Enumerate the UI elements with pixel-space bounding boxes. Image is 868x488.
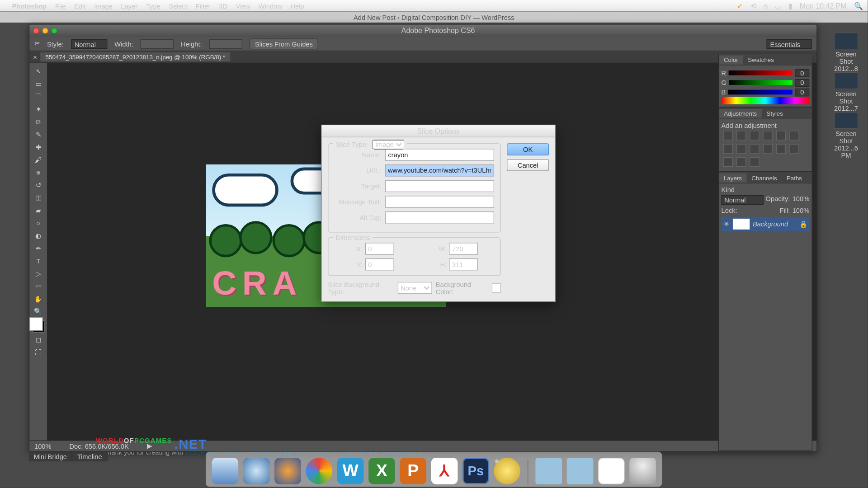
adj-colorlookup-icon[interactable] <box>763 144 773 154</box>
type-tool-icon[interactable]: T <box>32 255 45 266</box>
tab-swatches[interactable]: Swatches <box>743 56 778 65</box>
adj-brightness-icon[interactable] <box>723 131 733 140</box>
ok-button[interactable]: OK <box>507 143 549 155</box>
visibility-eye-icon[interactable]: 👁 <box>723 221 730 228</box>
history-brush-tool-icon[interactable]: ↺ <box>32 179 45 190</box>
close-button[interactable] <box>33 28 39 33</box>
dock-excel[interactable]: X <box>368 458 395 484</box>
menu-image[interactable]: Image <box>94 2 113 9</box>
adj-threshold-icon[interactable] <box>723 157 733 167</box>
zoom-button[interactable] <box>51 28 57 33</box>
lasso-tool-icon[interactable]: ⌒ <box>32 91 45 102</box>
dock-word[interactable]: W <box>337 458 364 484</box>
tab-layers[interactable]: Layers <box>719 174 746 183</box>
tab-channels[interactable]: Channels <box>747 174 782 183</box>
b-input[interactable] <box>795 88 809 96</box>
minimize-button[interactable] <box>42 28 48 33</box>
x-input[interactable] <box>365 243 394 255</box>
menu-window[interactable]: Window <box>259 2 282 9</box>
spectrum-strip[interactable] <box>722 97 810 104</box>
gradient-tool-icon[interactable]: ▰ <box>32 205 45 216</box>
menu-filter[interactable]: Filter <box>196 2 211 9</box>
slice-type-select[interactable]: Image <box>372 140 404 149</box>
workspace-select[interactable]: Essentials <box>766 39 811 48</box>
crop-tool-icon[interactable]: ⧉ <box>32 116 45 127</box>
fill-value[interactable]: 100% <box>793 206 810 214</box>
menu-help[interactable]: Help <box>290 2 304 9</box>
eyedropper-tool-icon[interactable]: ✎ <box>32 129 45 140</box>
slice-tool-icon[interactable]: ✂ <box>34 40 40 47</box>
dock-folder-2[interactable] <box>567 458 594 484</box>
tab-color[interactable]: Color <box>719 56 743 65</box>
width-input[interactable] <box>141 39 174 48</box>
height-input[interactable] <box>209 39 242 48</box>
b-slider[interactable] <box>728 90 793 95</box>
pen-tool-icon[interactable]: ✒ <box>32 243 45 253</box>
dock-powerpoint[interactable]: P <box>400 458 426 484</box>
dock-textedit[interactable] <box>598 458 625 484</box>
marquee-tool-icon[interactable]: ▭ <box>32 78 45 89</box>
tab-mini-bridge[interactable]: Mini Bridge <box>29 452 72 461</box>
y-input[interactable] <box>365 258 394 271</box>
eraser-tool-icon[interactable]: ◫ <box>32 192 45 203</box>
dock-finder[interactable] <box>212 458 239 484</box>
wand-tool-icon[interactable]: ✶ <box>32 103 45 114</box>
dock-safari[interactable] <box>243 458 270 484</box>
dock-imovie[interactable]: ★ <box>494 458 520 484</box>
adj-gradientmap-icon[interactable] <box>736 157 746 167</box>
adj-bw-icon[interactable] <box>723 144 733 154</box>
battery-icon[interactable]: ▮ <box>788 1 793 10</box>
wifi-icon[interactable]: ◡ <box>775 1 781 10</box>
menu-select[interactable]: Select <box>169 2 187 9</box>
r-input[interactable] <box>795 69 809 77</box>
blend-mode-select[interactable]: Normal <box>722 195 764 205</box>
brush-tool-icon[interactable]: 🖌 <box>32 154 45 165</box>
menu-app[interactable]: Photoshop <box>12 2 47 9</box>
time-machine-icon[interactable]: ⟲ <box>750 1 756 10</box>
bluetooth-icon[interactable]: ⎋ <box>764 1 768 10</box>
r-slider[interactable] <box>729 70 793 75</box>
doc-close-icon[interactable]: × <box>33 53 37 61</box>
blur-tool-icon[interactable]: ○ <box>32 217 45 228</box>
url-input[interactable] <box>385 164 494 177</box>
move-tool-icon[interactable]: ↖ <box>32 66 45 76</box>
adj-invert-icon[interactable] <box>776 144 786 154</box>
spotlight-icon[interactable]: 🔍 <box>854 1 863 10</box>
w-input[interactable] <box>449 243 478 255</box>
menu-3d[interactable]: 3D <box>219 2 227 9</box>
cancel-button[interactable]: Cancel <box>507 159 549 171</box>
slices-from-guides-button[interactable]: Slices From Guides <box>250 38 318 49</box>
h-input[interactable] <box>449 258 478 271</box>
path-select-tool-icon[interactable]: ▷ <box>32 268 45 279</box>
adj-levels-icon[interactable] <box>736 131 746 140</box>
g-input[interactable] <box>795 79 809 86</box>
adj-curves-icon[interactable] <box>750 131 759 140</box>
dodge-tool-icon[interactable]: ◐ <box>32 230 45 241</box>
zoom-level[interactable]: 100% <box>34 442 52 450</box>
target-input[interactable] <box>385 180 494 192</box>
color-swatch[interactable] <box>32 320 44 333</box>
adj-vibrance-icon[interactable] <box>776 131 786 140</box>
document-tab[interactable]: 550474_359947204085287_920123813_n.jpeg … <box>41 52 230 61</box>
stamp-tool-icon[interactable]: ⎈ <box>32 167 45 178</box>
opacity-value[interactable]: 100% <box>793 195 810 205</box>
adj-selective-icon[interactable] <box>750 157 759 167</box>
hand-tool-icon[interactable]: ✋ <box>32 293 45 304</box>
menu-view[interactable]: View <box>236 2 250 9</box>
dock-trash[interactable] <box>629 458 656 484</box>
g-slider[interactable] <box>729 80 793 85</box>
style-select[interactable]: Normal <box>71 39 108 48</box>
dock-firefox[interactable] <box>274 458 301 484</box>
healing-tool-icon[interactable]: ✚ <box>32 141 45 152</box>
menu-file[interactable]: File <box>55 2 66 9</box>
zoom-tool-icon[interactable]: 🔍 <box>32 306 45 317</box>
adj-channelmixer-icon[interactable] <box>750 144 759 154</box>
tab-styles[interactable]: Styles <box>762 109 788 118</box>
menu-type[interactable]: Type <box>146 2 160 9</box>
adj-exposure-icon[interactable] <box>763 131 773 140</box>
desktop-thumb-3[interactable]: Screen Shot2012...6 PM <box>833 112 859 159</box>
message-input[interactable] <box>385 196 494 208</box>
dock-acrobat[interactable]: ⅄ <box>431 458 458 484</box>
dock-folder-1[interactable] <box>535 458 562 484</box>
alt-input[interactable] <box>385 211 494 224</box>
